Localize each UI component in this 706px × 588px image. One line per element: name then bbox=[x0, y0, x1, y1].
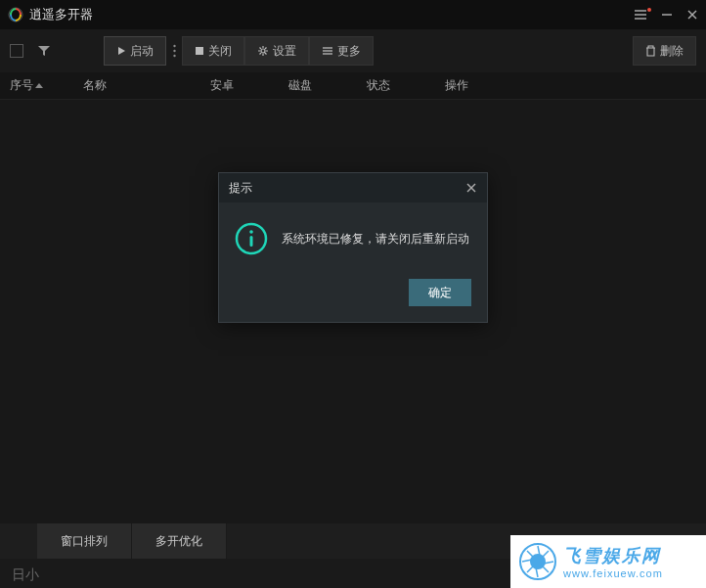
column-header-seq[interactable]: 序号 bbox=[10, 77, 83, 94]
app-title: 逍遥多开器 bbox=[29, 6, 93, 23]
more-label: 更多 bbox=[337, 43, 361, 60]
svg-rect-10 bbox=[196, 47, 203, 55]
modal-ok-button[interactable]: 确定 bbox=[409, 279, 471, 306]
column-header-ops[interactable]: 操作 bbox=[445, 77, 523, 94]
toolbar: 启动 关闭 设置 更多 删除 bbox=[0, 29, 706, 72]
svg-point-9 bbox=[173, 55, 175, 57]
column-header-disk[interactable]: 磁盘 bbox=[288, 77, 367, 94]
close-window-button[interactable] bbox=[686, 9, 698, 21]
svg-rect-19 bbox=[250, 236, 253, 247]
column-header-name[interactable]: 名称 bbox=[83, 77, 210, 94]
start-button[interactable]: 启动 bbox=[104, 36, 166, 66]
minimize-button[interactable] bbox=[661, 9, 673, 21]
watermark-logo-icon bbox=[518, 542, 557, 581]
start-label: 启动 bbox=[130, 43, 154, 60]
delete-label: 删除 bbox=[660, 43, 684, 60]
toolbar-actions: 启动 关闭 设置 更多 bbox=[104, 36, 374, 66]
modal-close-button[interactable] bbox=[465, 182, 477, 194]
delete-button[interactable]: 删除 bbox=[633, 36, 696, 66]
gear-icon bbox=[257, 45, 269, 57]
menu-button[interactable] bbox=[634, 9, 647, 21]
column-header-status[interactable]: 状态 bbox=[367, 77, 445, 94]
info-icon bbox=[235, 222, 268, 255]
titlebar-left: 逍遥多开器 bbox=[8, 6, 93, 23]
sort-up-icon bbox=[35, 83, 43, 88]
list-icon bbox=[322, 46, 333, 56]
close-icon bbox=[465, 182, 477, 194]
stop-icon bbox=[195, 46, 204, 56]
modal-backdrop: 提示 系统环境已修复，请关闭后重新启动 确定 bbox=[0, 100, 706, 534]
table-body: 提示 系统环境已修复，请关闭后重新启动 确定 bbox=[0, 100, 706, 534]
table-header: 序号 名称 安卓 磁盘 状态 操作 bbox=[0, 72, 706, 100]
svg-point-8 bbox=[173, 50, 175, 52]
arrange-windows-button[interactable]: 窗口排列 bbox=[37, 523, 132, 559]
bottom-text-fragment: 日小 bbox=[12, 566, 39, 584]
titlebar-controls bbox=[634, 9, 698, 21]
column-header-android[interactable]: 安卓 bbox=[210, 77, 288, 94]
settings-button[interactable]: 设置 bbox=[244, 36, 309, 66]
svg-point-7 bbox=[173, 45, 175, 47]
multi-optimize-button[interactable]: 多开优化 bbox=[132, 523, 227, 559]
more-button[interactable]: 更多 bbox=[309, 36, 374, 66]
close-button[interactable]: 关闭 bbox=[182, 36, 244, 66]
filter-icon[interactable] bbox=[37, 44, 51, 58]
trash-icon bbox=[645, 45, 656, 57]
app-logo-icon bbox=[8, 7, 23, 23]
watermark-title: 飞雪娱乐网 bbox=[563, 544, 663, 567]
modal-footer: 确定 bbox=[219, 271, 487, 322]
start-more-button[interactable] bbox=[166, 44, 182, 58]
watermark: 飞雪娱乐网 www.feixuew.com bbox=[510, 535, 706, 588]
modal-header: 提示 bbox=[219, 173, 487, 203]
modal-dialog: 提示 系统环境已修复，请关闭后重新启动 确定 bbox=[218, 172, 488, 323]
svg-point-0 bbox=[9, 8, 22, 22]
svg-point-18 bbox=[249, 230, 253, 234]
svg-point-11 bbox=[261, 49, 265, 53]
modal-body: 系统环境已修复，请关闭后重新启动 bbox=[219, 203, 487, 271]
notification-dot-icon bbox=[647, 8, 651, 12]
settings-label: 设置 bbox=[273, 43, 296, 60]
close-label: 关闭 bbox=[208, 43, 232, 60]
watermark-text: 飞雪娱乐网 www.feixuew.com bbox=[563, 544, 663, 579]
play-icon bbox=[116, 46, 126, 56]
modal-title: 提示 bbox=[229, 180, 252, 197]
modal-message: 系统环境已修复，请关闭后重新启动 bbox=[282, 230, 469, 248]
watermark-url: www.feixuew.com bbox=[563, 567, 663, 579]
select-all-checkbox[interactable] bbox=[10, 44, 23, 58]
toolbar-left: 启动 关闭 设置 更多 bbox=[10, 36, 374, 66]
titlebar: 逍遥多开器 bbox=[0, 0, 706, 29]
